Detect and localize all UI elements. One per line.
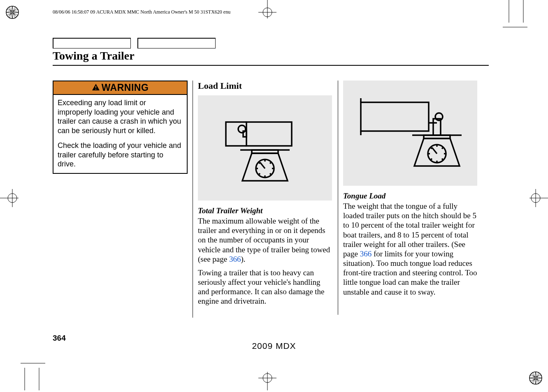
warning-box: WARNING Exceeding any load limit or impr… (53, 81, 188, 174)
crop-lines-bottom-left (21, 362, 45, 392)
svg-rect-76 (433, 119, 441, 135)
page-link-366[interactable]: 366 (229, 255, 241, 263)
svg-line-56 (259, 173, 260, 175)
warning-paragraph-2: Check the loading of your vehicle and tr… (58, 141, 183, 169)
svg-point-62 (238, 125, 246, 133)
col3-paragraph-1: The weight that the tongue of a fully lo… (343, 201, 478, 297)
column-divider-1 (193, 81, 193, 318)
warning-header: WARNING (53, 81, 187, 95)
svg-line-72 (431, 159, 432, 160)
total-trailer-weight-heading: Total Trailer Weight (198, 206, 333, 215)
tab-box-1 (53, 38, 131, 48)
footer-model: 2009 MDX (0, 341, 548, 351)
tongue-load-heading: Tongue Load (343, 191, 478, 201)
svg-rect-60 (246, 122, 292, 146)
col2-paragraph-2: Towing a trailer that is too heavy can s… (198, 268, 333, 306)
corner-mark-top-left (5, 5, 20, 21)
column-3: Tongue Load The weight that the tongue o… (343, 81, 483, 318)
column-2: Load Limit (198, 81, 338, 318)
svg-line-71 (442, 148, 443, 149)
tongue-load-figure (343, 81, 477, 186)
warning-alert-icon (92, 83, 100, 92)
total-trailer-weight-figure (198, 95, 332, 201)
svg-rect-45 (95, 86, 96, 88)
svg-line-73 (442, 159, 443, 160)
crop-lines-top-right (503, 0, 527, 30)
corner-mark-bottom-right (528, 371, 543, 387)
print-header: 08/06/06 16:58:07 09 ACURA MDX MMC North… (53, 9, 230, 15)
crop-mark-left (0, 186, 25, 212)
title-rule (53, 65, 489, 66)
warning-body: Exceeding any load limit or improperly l… (53, 95, 187, 173)
svg-line-70 (431, 148, 432, 149)
crop-mark-right (523, 186, 548, 212)
col2-paragraph-1: The maximum allowable weight of the trai… (198, 216, 333, 264)
load-limit-heading: Load Limit (198, 81, 333, 91)
tab-boxes (53, 38, 216, 48)
svg-line-55 (270, 162, 271, 164)
svg-rect-46 (95, 89, 96, 90)
warning-label: WARNING (102, 82, 149, 93)
section-title: Towing a Trailer (53, 49, 135, 62)
svg-rect-59 (252, 150, 278, 153)
tab-box-2 (137, 38, 216, 48)
crop-mark-top (255, 0, 280, 26)
svg-line-65 (432, 148, 437, 154)
column-1: WARNING Exceeding any load limit or impr… (53, 81, 193, 318)
page-link-366-b[interactable]: 366 (360, 249, 372, 258)
column-divider-2 (338, 81, 338, 315)
warning-paragraph-1: Exceeding any load limit or improperly l… (58, 98, 183, 135)
crop-mark-bottom (255, 366, 280, 392)
svg-line-57 (270, 173, 271, 175)
svg-line-54 (259, 162, 260, 164)
svg-rect-77 (361, 102, 429, 131)
svg-line-49 (260, 162, 265, 168)
